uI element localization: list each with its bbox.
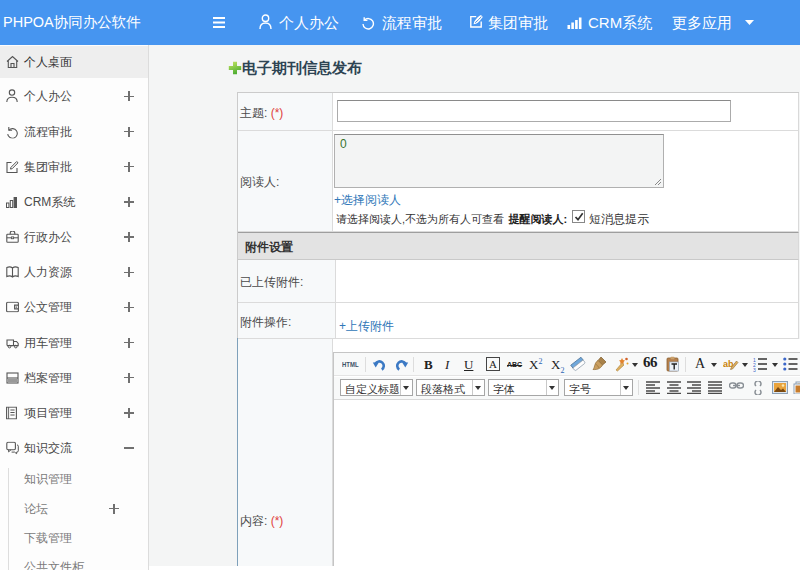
svg-text:3: 3 bbox=[753, 367, 756, 372]
